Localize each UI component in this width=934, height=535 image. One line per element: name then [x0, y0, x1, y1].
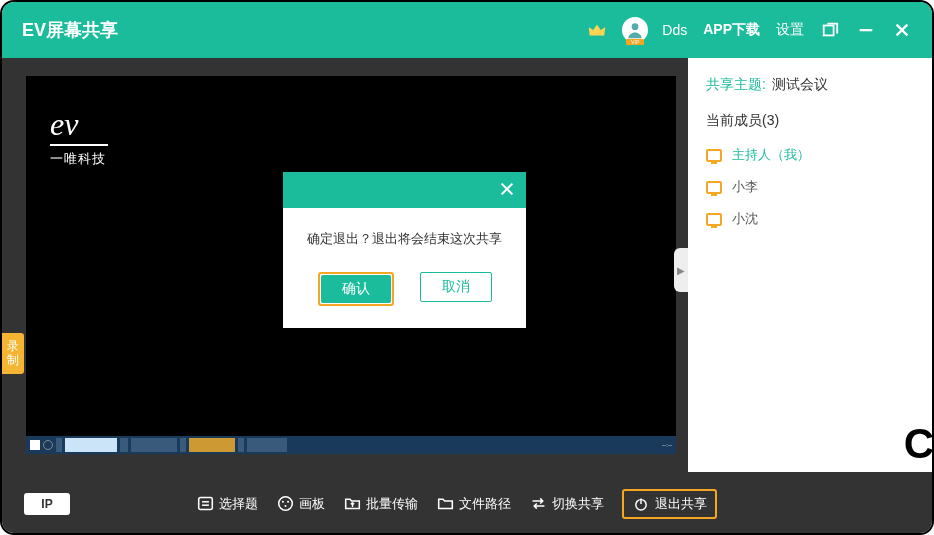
svg-rect-1 — [824, 26, 834, 36]
header-bar: EV屏幕共享 VIP Dds APP下载 设置 — [2, 2, 932, 58]
member-name: 小沈 — [732, 210, 758, 228]
member-row[interactable]: 小李 — [706, 178, 914, 196]
confirm-dialog: 确定退出？退出将会结束这次共享 确认 取消 — [283, 172, 526, 328]
list-icon — [196, 495, 214, 513]
app-download-link[interactable]: APP下载 — [703, 21, 760, 39]
side-panel: ▶ 共享主题: 测试会议 当前成员(3) 主持人（我） 小李 小沈 — [688, 58, 932, 472]
exit-share-button[interactable]: 退出共享 — [622, 489, 717, 519]
dialog-header — [283, 172, 526, 208]
avatar[interactable]: VIP — [622, 17, 648, 43]
settings-link[interactable]: 设置 — [776, 21, 804, 39]
minimize-icon[interactable] — [856, 20, 876, 40]
start-icon — [30, 440, 40, 450]
member-name: 主持人（我） — [732, 146, 810, 164]
bottom-toolbar: IP 选择题 画板 批量传输 文件路径 切换共享 退出共享 — [2, 472, 932, 535]
crown-icon[interactable] — [586, 19, 608, 41]
app-title: EV屏幕共享 — [22, 18, 118, 42]
share-topic-value: 测试会议 — [772, 76, 828, 92]
svg-rect-5 — [198, 498, 212, 510]
app-frame: EV屏幕共享 VIP Dds APP下载 设置 ev 一唯科技 — [0, 0, 934, 535]
svg-point-11 — [284, 505, 286, 507]
monitor-icon — [706, 181, 722, 194]
decorative-letter: C — [904, 423, 934, 465]
share-topic-row: 共享主题: 测试会议 — [706, 76, 914, 94]
ip-button[interactable]: IP — [24, 493, 70, 515]
drawboard-button[interactable]: 画板 — [276, 495, 325, 513]
swap-icon — [529, 495, 547, 513]
palette-icon — [276, 495, 294, 513]
power-icon — [632, 495, 650, 513]
logo-watermark: ev 一唯科技 — [50, 108, 108, 168]
window-icon[interactable] — [820, 20, 840, 40]
select-topic-button[interactable]: 选择题 — [196, 495, 258, 513]
dialog-message: 确定退出？退出将会结束这次共享 — [301, 230, 508, 248]
svg-point-0 — [632, 23, 639, 30]
dialog-body: 确定退出？退出将会结束这次共享 确认 取消 — [283, 208, 526, 328]
confirm-button[interactable]: 确认 — [321, 275, 391, 303]
monitor-icon — [706, 213, 722, 226]
record-tab[interactable]: 录制 — [2, 333, 24, 374]
search-icon — [43, 440, 53, 450]
collapse-handle-icon[interactable]: ▶ — [674, 248, 688, 292]
share-topic-label: 共享主题: — [706, 76, 766, 92]
members-title: 当前成员(3) — [706, 112, 914, 130]
dialog-close-icon[interactable] — [498, 180, 516, 201]
remote-taskbar: --:-- — [26, 436, 676, 454]
member-name: 小李 — [732, 178, 758, 196]
folder-icon — [436, 495, 454, 513]
switch-share-button[interactable]: 切换共享 — [529, 495, 604, 513]
batch-transfer-button[interactable]: 批量传输 — [343, 495, 418, 513]
svg-point-8 — [278, 497, 292, 511]
member-row[interactable]: 主持人（我） — [706, 146, 914, 164]
username-label[interactable]: Dds — [662, 22, 687, 38]
file-path-button[interactable]: 文件路径 — [436, 495, 511, 513]
remote-time: --:-- — [662, 442, 672, 448]
close-icon[interactable] — [892, 20, 912, 40]
upload-folder-icon — [343, 495, 361, 513]
monitor-icon — [706, 149, 722, 162]
svg-point-9 — [281, 501, 283, 503]
svg-point-10 — [287, 501, 289, 503]
cancel-button[interactable]: 取消 — [420, 272, 492, 302]
member-row[interactable]: 小沈 — [706, 210, 914, 228]
